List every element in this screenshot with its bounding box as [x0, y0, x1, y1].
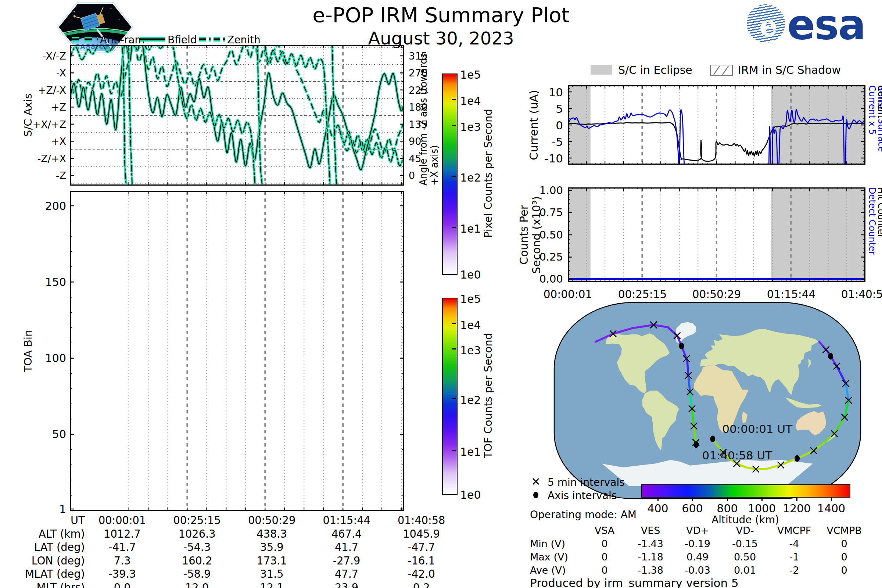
five-min-intervals-label: 5 min intervals — [548, 476, 625, 488]
shadow-legend-label: IRM in S/C Shadow — [738, 64, 841, 76]
ephemeris-cell: 12.1 — [234, 581, 309, 588]
produced-by-footer: Produced by irm_summary version 5 — [530, 576, 739, 588]
alt-tick-label: 1400 — [809, 502, 854, 515]
toa-ytick: 50 — [33, 429, 66, 440]
counts-ytick: 1.00 — [532, 185, 563, 196]
toa-bin-plot — [70, 191, 404, 511]
time-xtick: 00:25:15 — [608, 287, 677, 301]
current-ytick: -10 — [526, 153, 563, 164]
ephemeris-cell: 00:00:01 — [85, 514, 160, 526]
sc-axis-ytick: +Z/-X — [25, 85, 66, 95]
voltage-cell: -1.43 — [627, 538, 674, 549]
cbar-tick: 1e5 — [460, 292, 481, 305]
ephemeris-cell: 0.0 — [85, 581, 160, 588]
ephemeris-row: UT00:00:0100:25:1500:50:2901:15:4401:40:… — [21, 514, 459, 526]
cbar-tick: 1e3 — [460, 344, 481, 357]
current-plot — [568, 85, 866, 165]
ephemeris-cell: 1026.3 — [159, 527, 234, 540]
ephemeris-cell: 1012.7 — [85, 527, 160, 540]
voltage-cell: 0.50 — [721, 551, 769, 562]
ephemeris-cell: 31.5 — [234, 567, 309, 580]
counts-ytick: 0.75 — [532, 207, 563, 218]
ephemeris-cell: 23.9 — [309, 581, 384, 588]
ephemeris-cell: 438.3 — [234, 527, 309, 540]
voltage-cell: 0 — [580, 564, 628, 576]
esa-logo: esa — [787, 1, 865, 48]
voltage-cell: -1.38 — [627, 564, 674, 576]
toa-ylabel: TOA Bin — [21, 191, 34, 511]
cbar-tick: 1e0 — [460, 488, 481, 501]
ephemeris-row-label: MLT (hrs) — [21, 581, 85, 588]
tof-counts-colorbar — [442, 298, 458, 495]
toa-ytick: 1 — [33, 504, 66, 515]
voltage-column-header: VD+ — [674, 525, 722, 536]
voltage-cell: 0 — [820, 538, 868, 549]
toa-ytick: 150 — [33, 277, 66, 288]
ephemeris-row-label: MLAT (deg) — [21, 567, 85, 580]
voltage-cell: 0 — [580, 551, 628, 562]
voltage-cell: 0 — [820, 551, 868, 562]
ephemeris-cell: 0.2 — [384, 581, 459, 588]
esa-globe-letter: e — [759, 9, 778, 42]
toa-ytick: 200 — [33, 201, 66, 212]
ephemeris-row: MLT (hrs)0.012.012.123.90.2 — [21, 581, 459, 588]
angle-tick: 0 — [409, 171, 415, 180]
cbar-tick: 1e5 — [460, 68, 481, 81]
time-xtick: 01:15:44 — [756, 287, 826, 301]
ephemeris-cell: 173.1 — [234, 554, 309, 567]
ephemeris-cell: 41.7 — [309, 541, 384, 554]
ephemeris-cell: 12.0 — [159, 581, 234, 588]
time-xtick: 00:00:01 — [533, 287, 603, 301]
ephemeris-cell: -58.9 — [159, 567, 234, 580]
time-xtick: 01:40:58 — [831, 287, 882, 301]
sc-axis-plot — [70, 45, 404, 186]
counts-plot — [568, 188, 866, 282]
epop-irm-summary-figure: CASSIOPE e-POP IRM Summary Plot August 3… — [0, 0, 882, 588]
voltage-row-label: Min (V) — [530, 538, 578, 549]
ephemeris-cell: -41.7 — [85, 541, 160, 554]
ephemeris-cell: 35.9 — [234, 541, 309, 554]
operating-mode-label: Operating mode: AM — [530, 508, 636, 521]
voltage-column-header: VES — [627, 525, 674, 536]
ephemeris-row-label: ALT (km) — [21, 527, 85, 540]
sc-axis-ytick: -X/-Z — [25, 51, 66, 61]
sc-axis-ytick: +X/+Z — [25, 119, 66, 129]
altitude-colorbar — [641, 484, 850, 498]
ephemeris-cell: -39.3 — [85, 567, 160, 580]
cbar-tick: 1e2 — [460, 394, 481, 406]
current-ytick: 0 — [526, 120, 563, 131]
current-ytick: 10 — [526, 87, 563, 98]
voltage-row-label: Ave (V) — [530, 564, 578, 576]
ephemeris-row: ALT (km)1012.71026.3438.3467.41045.9 — [21, 527, 459, 540]
voltage-cell: 0 — [820, 564, 868, 576]
shadow-legend-swatch — [710, 64, 733, 76]
sc-axis-ytick: -Z/+X — [25, 154, 66, 164]
counts-ytick: 0.25 — [532, 252, 563, 262]
ground-track-map: 00:00:01 UT01:40:58 UT — [553, 302, 862, 500]
ephemeris-cell: 01:40:58 — [384, 514, 459, 526]
voltage-cell: 0.01 — [721, 564, 769, 576]
legend-anti-ram-swatch — [72, 37, 98, 42]
voltage-cell: -1 — [770, 551, 818, 562]
legend-bfield-swatch — [140, 37, 165, 42]
legend-zenith-swatch — [199, 37, 225, 42]
voltage-column-header: VMCPF — [770, 525, 818, 536]
sc-axis-ytick: -Z — [25, 171, 66, 180]
counts-ytick: 0.00 — [532, 274, 563, 285]
ephemeris-row: LON (deg)7.3160.2173.1-27.9-16.1 — [21, 554, 459, 567]
legend-anti-ram-label: Anti-ram — [100, 34, 145, 46]
angle-axis-label: Angle from -Z axis (towards +X axis) — [423, 45, 434, 186]
cbar-tick: 1e1 — [460, 222, 481, 235]
x-marker-icon — [531, 476, 542, 487]
voltage-column-header: VD- — [721, 525, 769, 536]
cbar-tick: 1e2 — [460, 171, 481, 184]
legend-zenith-label: Zenith — [227, 34, 261, 46]
cbar-tick: 1e4 — [460, 319, 481, 332]
page-title: e-POP IRM Summary Plot — [257, 3, 625, 27]
current-right-label-black: Sensor Surface Current — [876, 85, 882, 165]
ephemeris-cell: 47.7 — [309, 567, 384, 580]
eclipse-legend-swatch — [591, 64, 612, 75]
voltage-cell: -1.18 — [627, 551, 674, 562]
ephemeris-row-label: LON (deg) — [21, 554, 85, 567]
voltage-cell: -2 — [770, 564, 818, 576]
